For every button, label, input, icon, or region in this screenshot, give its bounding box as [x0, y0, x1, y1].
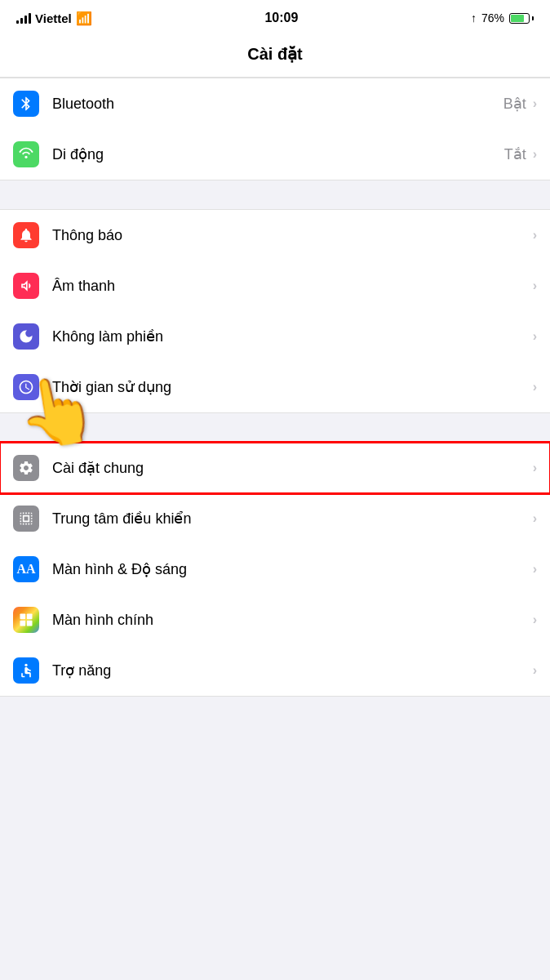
accessibility-row[interactable]: Trợ năng › — [0, 645, 550, 696]
general-settings-icon — [13, 455, 39, 481]
dnd-icon — [13, 323, 39, 350]
general-group: 👆 Cài đặt chung › Trung tâm điều khiển ›… — [0, 442, 550, 697]
screentime-label: Thời gian sử dụng — [52, 378, 533, 396]
general-settings-label: Cài đặt chung — [52, 459, 533, 477]
accessibility-label: Trợ năng — [52, 662, 533, 679]
bluetooth-row[interactable]: Bluetooth Bật › — [0, 78, 550, 129]
mobile-row[interactable]: Di động Tắt › — [0, 129, 550, 180]
page-title: Cài đặt — [13, 44, 537, 64]
notifications-label: Thông báo — [52, 227, 533, 244]
svg-rect-0 — [20, 614, 26, 620]
screentime-icon — [13, 374, 39, 400]
display-chevron: › — [533, 562, 537, 577]
screentime-chevron: › — [533, 380, 537, 394]
svg-rect-2 — [20, 621, 26, 626]
sounds-label: Âm thanh — [52, 278, 533, 295]
sounds-chevron: › — [533, 278, 537, 293]
notifications-icon — [13, 222, 39, 248]
status-bar: Viettel 📶 10:09 ↑ 76% — [0, 0, 550, 36]
notifications-row[interactable]: Thông báo › — [0, 210, 550, 261]
dnd-row[interactable]: Không làm phiền › — [0, 311, 550, 362]
accessibility-icon — [13, 657, 39, 684]
bluetooth-chevron: › — [533, 96, 537, 111]
spacer-1 — [0, 180, 550, 209]
home-screen-icon — [13, 607, 39, 633]
location-icon: ↑ — [471, 11, 477, 24]
navigation-bar: Cài đặt — [0, 36, 550, 78]
screentime-row[interactable]: Thời gian sử dụng › — [0, 362, 550, 412]
connectivity-group: Bluetooth Bật › Di động Tắt › — [0, 78, 550, 180]
display-icon: AA — [13, 556, 39, 582]
carrier-label: Viettel — [35, 11, 72, 25]
system-group: Thông báo › Âm thanh › Không làm phiền › — [0, 209, 550, 413]
display-label: Màn hình & Độ sáng — [52, 560, 533, 578]
mobile-label: Di động — [52, 145, 504, 163]
general-settings-row[interactable]: Cài đặt chung › — [0, 443, 550, 493]
accessibility-chevron: › — [533, 663, 537, 678]
dnd-chevron: › — [533, 329, 537, 344]
bluetooth-icon — [13, 91, 39, 117]
svg-rect-1 — [27, 614, 33, 620]
general-settings-chevron: › — [533, 461, 537, 475]
bluetooth-value: Bật — [503, 95, 526, 113]
status-left: Viettel 📶 — [16, 11, 92, 26]
mobile-chevron: › — [533, 147, 537, 162]
sounds-icon — [13, 273, 39, 299]
wifi-icon: 📶 — [76, 11, 92, 26]
home-screen-row[interactable]: Màn hình chính › — [0, 595, 550, 645]
status-right: ↑ 76% — [471, 11, 534, 24]
sounds-row[interactable]: Âm thanh › — [0, 261, 550, 311]
mobile-icon — [13, 141, 39, 167]
bluetooth-label: Bluetooth — [52, 96, 503, 113]
spacer-bottom — [0, 697, 550, 746]
home-screen-label: Màn hình chính — [52, 612, 533, 629]
control-center-chevron: › — [533, 511, 537, 526]
svg-point-4 — [24, 664, 27, 666]
general-row-wrapper: 👆 Cài đặt chung › — [0, 443, 550, 493]
svg-rect-3 — [27, 621, 33, 626]
battery-percent: 76% — [481, 11, 504, 24]
display-row[interactable]: AA Màn hình & Độ sáng › — [0, 544, 550, 595]
control-center-row[interactable]: Trung tâm điều khiển › — [0, 493, 550, 544]
spacer-2 — [0, 413, 550, 442]
control-center-icon — [13, 506, 39, 532]
signal-bars-icon — [16, 12, 31, 24]
notifications-chevron: › — [533, 228, 537, 243]
status-time: 10:09 — [264, 11, 298, 25]
home-screen-chevron: › — [533, 612, 537, 627]
control-center-label: Trung tâm điều khiển — [52, 510, 533, 528]
battery-indicator — [509, 13, 534, 24]
dnd-label: Không làm phiền — [52, 327, 533, 345]
mobile-value: Tắt — [504, 145, 526, 163]
